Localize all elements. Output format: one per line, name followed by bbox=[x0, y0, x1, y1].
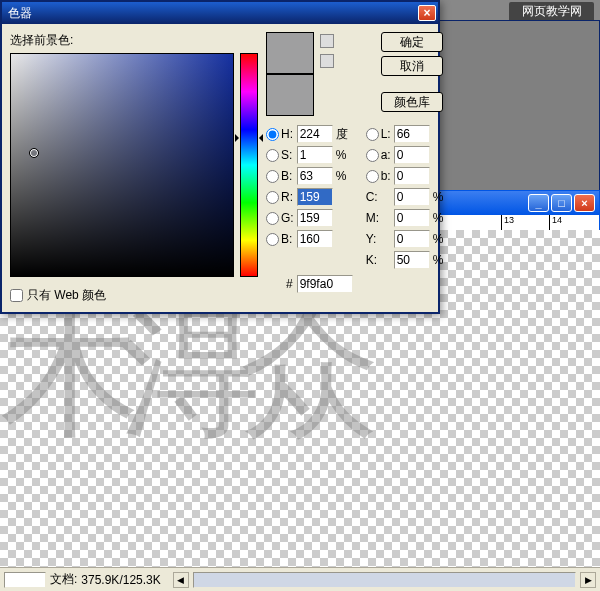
color-cursor-icon bbox=[29, 148, 39, 158]
color-field[interactable] bbox=[10, 53, 234, 277]
gamut-warning-icon[interactable] bbox=[320, 34, 334, 48]
minimize-button[interactable]: _ bbox=[528, 194, 549, 212]
current-color-swatch[interactable] bbox=[266, 74, 314, 116]
status-bar: 文档: 375.9K/125.3K ◀ ▶ bbox=[0, 567, 600, 591]
color-library-button[interactable]: 颜色库 bbox=[381, 92, 443, 112]
web-colors-checkbox[interactable]: 只有 Web 颜色 bbox=[10, 287, 258, 304]
web-colors-label: 只有 Web 颜色 bbox=[27, 287, 106, 304]
hex-label: # bbox=[286, 277, 293, 291]
websafe-icon[interactable] bbox=[320, 54, 334, 68]
dialog-title: 色器 bbox=[8, 5, 32, 22]
k-label: K: bbox=[366, 253, 391, 267]
hue-slider[interactable] bbox=[240, 53, 258, 277]
close-button[interactable]: × bbox=[574, 194, 595, 212]
a-radio[interactable]: a: bbox=[366, 148, 391, 162]
c-label: C: bbox=[366, 190, 391, 204]
dialog-titlebar[interactable]: 色器 × bbox=[2, 2, 438, 24]
ok-button[interactable]: 确定 bbox=[381, 32, 443, 52]
hue-indicator-icon bbox=[235, 134, 263, 142]
color-fields: H: 度 L: S: % a: B: % b: R: C: % bbox=[266, 125, 443, 269]
m-input[interactable] bbox=[394, 209, 430, 227]
b-input[interactable] bbox=[394, 167, 430, 185]
doc-size-value: 375.9K/125.3K bbox=[81, 573, 160, 587]
b2-radio[interactable]: B: bbox=[266, 232, 294, 246]
scroll-left-icon[interactable]: ◀ bbox=[173, 572, 189, 588]
g-input[interactable] bbox=[297, 209, 333, 227]
ruler-tick-13: 13 bbox=[501, 215, 549, 231]
ruler-tick-14: 14 bbox=[549, 215, 597, 231]
c-input[interactable] bbox=[394, 188, 430, 206]
s-radio[interactable]: S: bbox=[266, 148, 294, 162]
cancel-button[interactable]: 取消 bbox=[381, 56, 443, 76]
hex-input[interactable] bbox=[297, 275, 353, 293]
background-panel bbox=[428, 20, 600, 197]
m-label: M: bbox=[366, 211, 391, 225]
new-color-swatch bbox=[266, 32, 314, 74]
dialog-close-button[interactable]: × bbox=[418, 5, 436, 21]
h-input[interactable] bbox=[297, 125, 333, 143]
y-label: Y: bbox=[366, 232, 391, 246]
b-radio[interactable]: b: bbox=[366, 169, 391, 183]
a-input[interactable] bbox=[394, 146, 430, 164]
y-input[interactable] bbox=[394, 230, 430, 248]
doc-size-label: 文档: bbox=[50, 571, 77, 588]
bv-input[interactable] bbox=[297, 167, 333, 185]
zoom-input[interactable] bbox=[4, 572, 46, 588]
h-radio[interactable]: H: bbox=[266, 127, 294, 141]
maximize-button[interactable]: □ bbox=[551, 194, 572, 212]
scroll-right-icon[interactable]: ▶ bbox=[580, 572, 596, 588]
s-input[interactable] bbox=[297, 146, 333, 164]
horizontal-scrollbar[interactable] bbox=[193, 572, 576, 588]
l-radio[interactable]: L: bbox=[366, 127, 391, 141]
watermark-text: 网页教学网 bbox=[515, 4, 588, 18]
g-radio[interactable]: G: bbox=[266, 211, 294, 225]
l-input[interactable] bbox=[394, 125, 430, 143]
k-input[interactable] bbox=[394, 251, 430, 269]
r-radio[interactable]: R: bbox=[266, 190, 294, 204]
color-picker-dialog: 色器 × 选择前景色: 只有 Web 颜色 bbox=[0, 0, 440, 314]
pick-label: 选择前景色: bbox=[10, 32, 258, 49]
b2-input[interactable] bbox=[297, 230, 333, 248]
r-input[interactable] bbox=[297, 188, 333, 206]
bv-radio[interactable]: B: bbox=[266, 169, 294, 183]
web-colors-input[interactable] bbox=[10, 289, 23, 302]
